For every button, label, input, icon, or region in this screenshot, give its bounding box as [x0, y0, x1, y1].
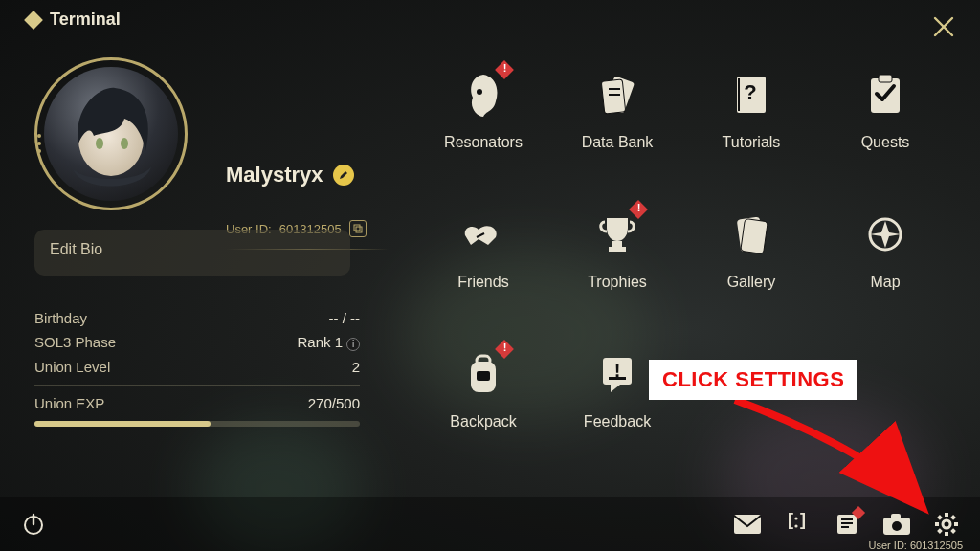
svg-rect-35	[841, 518, 853, 520]
svg-rect-36	[841, 522, 853, 524]
svg-text:]: ]	[800, 512, 806, 529]
notice-button[interactable]	[833, 510, 861, 539]
svg-rect-42	[954, 522, 958, 526]
map-icon	[859, 209, 911, 260]
exp-value: 270/500	[308, 395, 360, 411]
svg-rect-48	[945, 513, 948, 517]
svg-rect-44	[945, 532, 948, 536]
svg-rect-49	[950, 515, 956, 520]
menu-gallery[interactable]: Gallery	[689, 197, 813, 331]
svg-text:?: ?	[744, 80, 756, 104]
birthday-label: Birthday	[34, 310, 87, 326]
avatar-ring	[34, 57, 188, 210]
menu-label: Friends	[457, 274, 508, 291]
svg-rect-26	[609, 377, 626, 380]
copy-user-id-button[interactable]	[349, 220, 367, 237]
mail-button[interactable]	[733, 510, 762, 539]
player-name: Malystryx	[226, 163, 323, 187]
exp-label: Union EXP	[34, 395, 104, 411]
time-button[interactable]: []	[783, 510, 812, 539]
menu-backpack[interactable]: Backpack	[421, 337, 546, 471]
camera-button[interactable]	[882, 510, 911, 539]
svg-rect-46	[935, 522, 939, 526]
edit-name-button[interactable]	[333, 165, 354, 186]
svg-rect-16	[612, 241, 622, 247]
phase-label: SOL3 Phase	[34, 334, 116, 351]
quests-icon	[859, 69, 911, 121]
databank-icon	[591, 69, 643, 121]
menu-label: Backpack	[450, 413, 516, 430]
svg-point-32	[794, 524, 797, 527]
level-label: Union Level	[34, 359, 110, 375]
svg-rect-45	[937, 528, 943, 534]
menu-databank[interactable]: Data Bank	[555, 57, 679, 191]
menu-friends[interactable]: Friends	[421, 197, 546, 331]
menu-quests[interactable]: Quests	[823, 57, 947, 191]
menu-label: Map	[870, 274, 900, 291]
svg-point-7	[477, 89, 482, 95]
level-value: 2	[352, 359, 360, 375]
bio-placeholder: Edit Bio	[50, 241, 102, 257]
svg-point-40	[892, 521, 902, 531]
svg-rect-5	[354, 225, 360, 231]
settings-button[interactable]	[932, 510, 961, 539]
svg-rect-37	[841, 526, 849, 528]
menu-tutorials[interactable]: ?Tutorials	[689, 57, 813, 191]
svg-rect-47	[937, 515, 943, 520]
exp-bar-fill	[34, 421, 211, 427]
svg-rect-22	[477, 356, 490, 365]
menu-label: Quests	[861, 134, 910, 151]
tutorials-icon: ?	[725, 69, 777, 121]
gallery-icon	[725, 209, 777, 260]
svg-rect-15	[879, 75, 892, 82]
terminal-diamond-icon	[24, 11, 43, 30]
footer-user-id: User ID: 601312505	[869, 540, 963, 551]
birthday-value: -- / --	[329, 310, 360, 326]
svg-rect-29	[734, 515, 761, 534]
menu-label: Gallery	[727, 274, 776, 291]
svg-point-41	[943, 520, 950, 528]
svg-rect-10	[609, 88, 620, 90]
power-button[interactable]	[19, 510, 48, 539]
svg-rect-23	[477, 371, 490, 381]
menu-label: Trophies	[588, 274, 647, 291]
close-button[interactable]	[930, 13, 957, 40]
svg-rect-43	[950, 528, 956, 534]
svg-rect-9	[601, 79, 625, 114]
menu-resonators[interactable]: Resonators	[421, 57, 546, 191]
exp-bar	[34, 421, 360, 427]
menu-label: Resonators	[444, 134, 523, 151]
svg-point-31	[794, 517, 797, 519]
svg-text:[: [	[788, 512, 793, 529]
menu-trophies[interactable]: Trophies	[555, 197, 679, 331]
divider	[34, 385, 360, 386]
menu-map[interactable]: Map	[823, 197, 947, 331]
phase-value: Rank 1	[297, 334, 343, 350]
menu-label: Data Bank	[582, 134, 654, 151]
page-title: Terminal	[50, 10, 121, 30]
menu-label: Tutorials	[723, 134, 781, 151]
svg-rect-19	[741, 218, 768, 253]
svg-rect-6	[356, 227, 362, 232]
svg-rect-39	[891, 514, 901, 519]
svg-rect-17	[609, 247, 626, 252]
menu-feedback[interactable]: !Feedback	[555, 337, 679, 471]
friends-icon	[457, 209, 509, 260]
annotation-callout: CLICK SETTINGS	[649, 360, 858, 400]
menu-label: Feedback	[584, 413, 651, 430]
info-icon[interactable]: i	[346, 338, 360, 351]
feedback-icon: !	[591, 348, 643, 400]
edit-bio-input[interactable]: Edit Bio	[34, 230, 350, 276]
svg-rect-11	[609, 94, 620, 96]
